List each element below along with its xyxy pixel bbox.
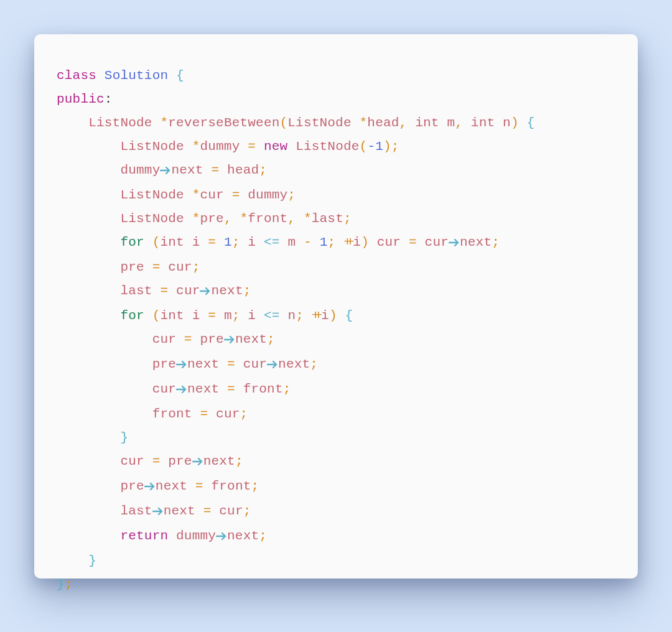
comma: , xyxy=(224,211,232,226)
incr-op: ++ xyxy=(312,309,321,323)
arrow-icon xyxy=(216,526,227,549)
semi: ; xyxy=(235,454,243,468)
star-op: * xyxy=(160,116,168,130)
var-dummy: dummy xyxy=(176,529,216,543)
var-pre: pre xyxy=(120,479,144,493)
keyword-class: class xyxy=(57,68,96,83)
semi: ; xyxy=(492,235,500,249)
semi: ; xyxy=(232,309,240,323)
lparen: ( xyxy=(280,116,288,130)
semi: ; xyxy=(327,235,335,249)
param-head: head xyxy=(367,116,399,130)
semi: ; xyxy=(192,260,200,274)
eq-op: = xyxy=(232,188,240,202)
var-cur: cur xyxy=(216,407,240,421)
var-last: last xyxy=(312,211,343,226)
member-next: next xyxy=(203,454,235,468)
brace-open: { xyxy=(527,116,535,130)
type-listnode: ListNode xyxy=(120,188,184,202)
arrow-icon xyxy=(449,232,460,256)
member-next: next xyxy=(211,284,243,298)
semi: ; xyxy=(243,284,251,298)
num-1: 1 xyxy=(224,235,232,249)
star-op: * xyxy=(240,211,248,226)
semi: ; xyxy=(243,504,251,518)
var-front: front xyxy=(152,407,192,421)
member-next: next xyxy=(164,504,195,518)
var-cur: cur xyxy=(168,260,192,274)
type-int: int xyxy=(160,235,184,249)
var-dummy: dummy xyxy=(248,188,287,202)
semi: ; xyxy=(391,139,399,154)
type-int: int xyxy=(160,309,184,323)
arrow-icon xyxy=(192,451,203,475)
comma: , xyxy=(455,116,463,130)
lparen: ( xyxy=(360,139,368,154)
eq-op: = xyxy=(409,235,417,249)
star-op: * xyxy=(192,188,200,202)
eq-op: = xyxy=(248,139,256,154)
eq-op: = xyxy=(160,284,168,298)
var-pre: pre xyxy=(168,454,192,468)
var-pre: pre xyxy=(200,211,223,226)
type-listnode: ListNode xyxy=(296,139,359,154)
brace-close: } xyxy=(120,430,128,445)
brace-close: } xyxy=(88,554,96,568)
arrow-icon xyxy=(267,354,278,378)
var-m: m xyxy=(287,235,296,249)
rparen: ) xyxy=(383,139,391,154)
type-listnode: ListNode xyxy=(88,116,152,130)
eq-op: = xyxy=(227,382,235,396)
semi: ; xyxy=(259,163,267,177)
arrow-icon xyxy=(152,501,164,524)
param-n: n xyxy=(503,116,511,130)
keyword-return: return xyxy=(120,529,168,543)
eq-op: = xyxy=(152,454,161,468)
rparen: ) xyxy=(361,235,369,249)
var-cur: cur xyxy=(176,284,200,298)
member-next: next xyxy=(187,357,219,371)
semi: ; xyxy=(259,529,267,543)
minus-op: - xyxy=(304,235,312,249)
semi: ; xyxy=(267,332,275,346)
arrow-icon xyxy=(160,160,171,184)
var-cur: cur xyxy=(120,454,144,468)
brace-open: { xyxy=(176,68,184,83)
rparen: ) xyxy=(511,116,519,130)
code-block: class Solution { public: ListNode *rever… xyxy=(57,64,615,597)
arrow-icon xyxy=(224,329,235,353)
eq-op: = xyxy=(200,407,208,421)
var-cur: cur xyxy=(200,188,223,202)
type-int: int xyxy=(415,116,439,130)
star-op: * xyxy=(304,211,312,226)
semi: ; xyxy=(283,382,291,396)
function-name: reverseBetween xyxy=(168,116,279,130)
semi: ; xyxy=(251,479,259,493)
lparen: ( xyxy=(152,309,161,323)
lte-op: <= xyxy=(264,235,280,249)
semi: ; xyxy=(343,211,352,226)
member-next: next xyxy=(187,382,219,396)
var-n: n xyxy=(287,309,296,323)
var-i: i xyxy=(248,309,256,323)
var-dummy: dummy xyxy=(120,163,160,177)
var-cur: cur xyxy=(377,235,401,249)
semi: ; xyxy=(310,357,318,371)
member-next: next xyxy=(227,529,259,543)
classname: Solution xyxy=(105,68,168,83)
var-cur: cur xyxy=(425,235,449,249)
var-last: last xyxy=(120,284,152,298)
star-op: * xyxy=(360,116,368,130)
semi: ; xyxy=(232,235,240,249)
var-cur: cur xyxy=(152,382,176,396)
eq-op: = xyxy=(184,332,192,346)
var-i: i xyxy=(321,309,329,323)
var-pre: pre xyxy=(120,260,144,274)
eq-op: = xyxy=(152,260,161,274)
eq-op: = xyxy=(211,163,219,177)
num-neg1: -1 xyxy=(367,139,383,154)
num-1: 1 xyxy=(320,235,328,249)
code-card: class Solution { public: ListNode *rever… xyxy=(34,34,638,579)
var-head: head xyxy=(227,163,259,177)
member-next: next xyxy=(171,163,203,177)
